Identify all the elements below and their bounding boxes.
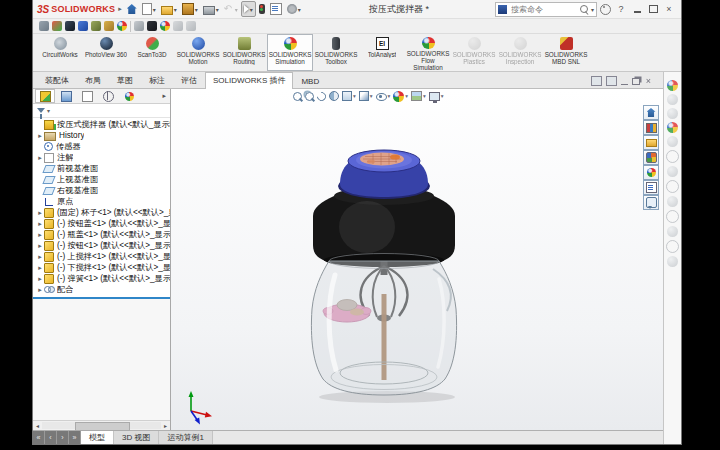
- undo-button[interactable]: ↶▾: [222, 2, 240, 16]
- displaymanager-tab[interactable]: [119, 89, 139, 103]
- model-tab[interactable]: 模型: [81, 431, 114, 444]
- tree-part-spring[interactable]: ▸(-) 弹簧<1> (默认<<默认>_显示状态: [33, 273, 170, 284]
- restore-button[interactable]: [645, 2, 661, 16]
- custom-properties-tab[interactable]: [643, 180, 659, 195]
- file-properties-button[interactable]: [268, 2, 284, 16]
- model-jar[interactable]: [311, 254, 456, 396]
- tab-sketch[interactable]: 草图: [109, 72, 141, 88]
- apply-scene-button[interactable]: ▾: [411, 91, 426, 101]
- tree-history[interactable]: ▸History: [33, 130, 170, 141]
- solidworks-resources-tab[interactable]: [643, 105, 659, 120]
- panel-horizontal-scrollbar[interactable]: ◂ ▸: [33, 420, 170, 430]
- solidworks-mbd-snl-button[interactable]: SOLIDWORKS MBD SNL: [543, 34, 589, 71]
- featuremanager-tab[interactable]: [35, 89, 55, 103]
- close-button[interactable]: ×: [661, 2, 677, 16]
- expand-arrow-icon[interactable]: ▸: [36, 132, 44, 140]
- search-icon[interactable]: [580, 5, 588, 13]
- tab-scroll-last-button[interactable]: »: [69, 431, 81, 444]
- model-canvas[interactable]: [171, 89, 663, 430]
- scanto3d-icon[interactable]: [52, 21, 62, 31]
- command-search[interactable]: ▾: [495, 2, 597, 17]
- doc-restore-button[interactable]: [632, 78, 640, 85]
- graphics-viewport[interactable]: ▾▾▾▾▾▾: [171, 89, 663, 430]
- design-library-tab[interactable]: [643, 120, 659, 135]
- tree-part-upper-stirrer[interactable]: ▸(-) 上搅拌<1> (默认<<默认>_显示状: [33, 251, 170, 262]
- right-tool-13-icon[interactable]: [667, 256, 678, 267]
- tree-mates[interactable]: ▸配合: [33, 284, 170, 295]
- right-tool-6-icon[interactable]: [666, 150, 679, 163]
- tree-part-lid[interactable]: ▸(-) 瓶盖<1> (默认<<默认>_显示状态: [33, 229, 170, 240]
- view-palette-tab[interactable]: [643, 150, 659, 165]
- solidworks-flow-simulation-button[interactable]: SOLIDWORKS Flow Simulation: [405, 34, 451, 71]
- appearances-scenes-tab[interactable]: [643, 165, 659, 180]
- simulation-icon[interactable]: [117, 21, 127, 31]
- scrollbar-thumb[interactable]: [75, 422, 129, 431]
- right-tool-4-icon[interactable]: [667, 122, 678, 133]
- search-input[interactable]: [509, 4, 578, 15]
- tree-part-lower-stirrer[interactable]: ▸(-) 下搅拌<1> (默认<<默认>_显示状: [33, 262, 170, 273]
- right-tool-3-icon[interactable]: [667, 108, 678, 119]
- new-file-button[interactable]: ▾: [140, 2, 158, 16]
- edit-appearance-button[interactable]: ▾: [393, 91, 408, 102]
- tree-part-button-cap[interactable]: ▸(-) 按钮盖<1> (默认<<默认>_显示状: [33, 218, 170, 229]
- configurationmanager-tab[interactable]: [77, 89, 97, 103]
- panel-expand-icon[interactable]: ▸: [160, 92, 168, 100]
- tree-root[interactable]: 按压式搅拌器 (默认<默认_显示状态-1>): [33, 119, 170, 130]
- tree-part-cup[interactable]: ▸(固定) 杯子<1> (默认<<默认>_显示状: [33, 207, 170, 218]
- expand-arrow-icon[interactable]: ▸: [36, 286, 44, 294]
- options-button[interactable]: ▾: [285, 2, 303, 16]
- plastics-icon[interactable]: [173, 21, 183, 31]
- tab-assembly[interactable]: 装配体: [37, 72, 77, 88]
- right-tool-12-icon[interactable]: [666, 240, 679, 253]
- tree-origin[interactable]: 原点: [33, 196, 170, 207]
- inspection-icon[interactable]: [186, 21, 196, 31]
- menu-expand-icon[interactable]: ▸: [118, 5, 122, 13]
- solidworks-toolbox-button[interactable]: SOLIDWORKS Toolbox: [313, 34, 359, 71]
- tree-filter[interactable]: ▾: [33, 104, 170, 118]
- right-tool-11-icon[interactable]: [667, 226, 678, 237]
- zoom-to-area-button[interactable]: [305, 92, 314, 101]
- right-tool-8-icon[interactable]: [666, 180, 679, 193]
- select-button[interactable]: ▾: [241, 1, 256, 17]
- model-button[interactable]: [338, 150, 430, 199]
- tab-solidworks-addins[interactable]: SOLIDWORKS 插件: [205, 72, 293, 89]
- open-button[interactable]: ▾: [159, 2, 179, 16]
- scroll-left-icon[interactable]: ◂: [33, 422, 42, 429]
- expand-arrow-icon[interactable]: ▸: [36, 154, 44, 162]
- tab-evaluate[interactable]: 评估: [173, 72, 205, 88]
- tab-mbd[interactable]: MBD: [293, 74, 327, 88]
- tab-scroll-next-button[interactable]: ›: [57, 431, 69, 444]
- solidworks-forum-tab[interactable]: [643, 195, 659, 210]
- circuitworks-button[interactable]: CircuitWorks: [37, 34, 83, 71]
- hide-show-items-button[interactable]: ▾: [376, 91, 391, 101]
- dimxpert-icon[interactable]: [147, 21, 157, 31]
- scroll-right-icon[interactable]: ▸: [161, 422, 170, 429]
- rebuild-button[interactable]: [257, 2, 267, 16]
- display-style-button[interactable]: ▾: [359, 91, 373, 101]
- file-explorer-tab[interactable]: [643, 135, 659, 150]
- tree-top-plane[interactable]: 上视基准面: [33, 174, 170, 185]
- photoview360-icon[interactable]: [65, 21, 75, 31]
- expand-arrow-icon[interactable]: ▸: [36, 242, 44, 250]
- previous-view-button[interactable]: [317, 92, 326, 101]
- right-tool-5-icon[interactable]: [667, 136, 678, 147]
- propertymanager-tab[interactable]: [56, 89, 76, 103]
- expand-arrow-icon[interactable]: ▸: [36, 264, 44, 272]
- tab-scroll-prev-button[interactable]: ‹: [45, 431, 57, 444]
- section-view-button[interactable]: [329, 91, 339, 101]
- view-settings-button[interactable]: ▾: [429, 92, 444, 101]
- minimize-button[interactable]: [629, 2, 645, 16]
- scrollbar-track[interactable]: [42, 422, 161, 429]
- doc-close-button[interactable]: ×: [644, 77, 653, 85]
- right-tool-1-icon[interactable]: [667, 80, 678, 91]
- tree-part-button[interactable]: ▸(-) 按钮<1> (默认<<默认>_显示状态: [33, 240, 170, 251]
- solidworks-simulation-button[interactable]: SOLIDWORKS Simulation: [267, 34, 313, 71]
- tab-scroll-first-button[interactable]: «: [33, 431, 45, 444]
- expand-arrow-icon[interactable]: ▸: [36, 275, 44, 283]
- expand-arrow-icon[interactable]: ▸: [36, 231, 44, 239]
- flow-simulation-icon[interactable]: [160, 21, 170, 31]
- tree-sensors[interactable]: 传感器: [33, 141, 170, 152]
- scanto3d-button[interactable]: ScanTo3D: [129, 34, 175, 71]
- login-button[interactable]: [597, 2, 613, 16]
- tree-annotations[interactable]: ▸注解: [33, 152, 170, 163]
